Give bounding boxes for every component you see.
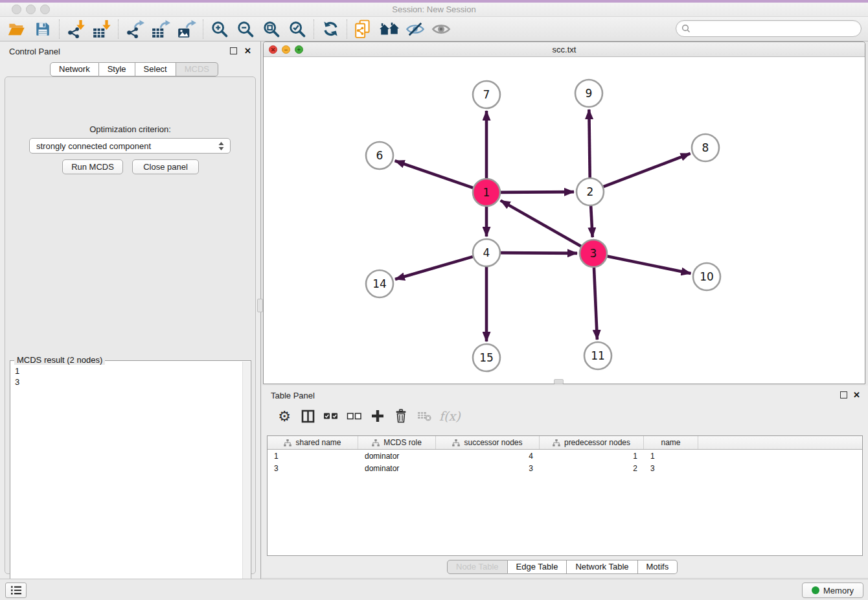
add-row-button[interactable] [369, 406, 386, 426]
import-table-icon [92, 19, 111, 39]
copy-network-button[interactable] [350, 18, 376, 40]
network-graph[interactable]: 7968124314101511 [264, 57, 865, 384]
graph-edge-1-6[interactable] [395, 161, 474, 188]
graph-edge-3-11[interactable] [594, 268, 597, 340]
export-network-button[interactable] [122, 18, 148, 40]
graph-edge-2-9[interactable] [589, 110, 589, 178]
show-all-button[interactable] [428, 18, 454, 40]
tab-network[interactable]: Network [50, 62, 99, 76]
close-panel-button[interactable]: Close panel [132, 159, 199, 174]
table-cell[interactable]: 3 [268, 464, 358, 474]
zoom-out-icon [236, 20, 255, 38]
table-cell[interactable]: 3 [644, 464, 698, 474]
graph-node-7[interactable]: 7 [473, 81, 500, 108]
houses-icon [379, 20, 400, 38]
refresh-layout-button[interactable] [317, 18, 343, 40]
graph-edge-3-1[interactable] [501, 200, 581, 246]
horizontal-splitter-handle[interactable] [554, 379, 564, 384]
column-header-predecessor-nodes[interactable]: predecessor nodes [540, 436, 644, 449]
column-header-label: MCDS role [383, 438, 422, 447]
export-image-button[interactable] [174, 18, 200, 40]
table-cell[interactable]: 1 [268, 452, 358, 462]
column-header-name[interactable]: name [644, 436, 698, 449]
criterion-select[interactable]: strongly connected component [29, 138, 231, 154]
table-cell[interactable]: dominator [358, 452, 436, 462]
graph-node-14[interactable]: 14 [366, 270, 393, 297]
network-view-window: ✕ − + scc.txt 7968124314101511 [263, 41, 865, 384]
close-table-panel-icon[interactable]: ✕ [853, 390, 860, 400]
task-history-button[interactable] [5, 583, 27, 598]
table-cell[interactable]: 1 [644, 452, 698, 462]
import-table-button[interactable] [89, 18, 115, 40]
export-table-button[interactable] [148, 18, 174, 40]
table-settings-button[interactable]: ⚙ [276, 406, 293, 426]
graph-node-3[interactable]: 3 [580, 240, 607, 267]
graph-node-9[interactable]: 9 [575, 80, 602, 107]
tab-mcds[interactable]: MCDS [176, 62, 218, 76]
open-session-button[interactable] [4, 18, 30, 40]
table-cell[interactable]: 2 [540, 464, 644, 474]
graph-node-4[interactable]: 4 [473, 239, 500, 266]
column-header-successor-nodes[interactable]: successor nodes [436, 436, 540, 449]
deselect-all-button[interactable] [346, 406, 363, 426]
result-scrollbar[interactable] [242, 362, 250, 599]
float-table-panel-icon[interactable] [840, 391, 847, 398]
tab-network-table[interactable]: Network Table [567, 560, 637, 574]
graph-edge-4-14[interactable] [395, 257, 473, 279]
vertical-splitter-handle[interactable] [257, 299, 263, 312]
import-network-button[interactable] [63, 18, 89, 40]
delete-row-button[interactable] [393, 406, 409, 426]
first-neighbors-button[interactable] [376, 18, 402, 40]
graph-edge-3-10[interactable] [608, 256, 691, 273]
tab-motifs[interactable]: Motifs [638, 560, 678, 574]
search-input[interactable] [691, 22, 861, 35]
graph-node-8[interactable]: 8 [692, 134, 719, 161]
graph-node-15[interactable]: 15 [473, 344, 500, 371]
search-field[interactable] [676, 20, 862, 37]
graph-node-1[interactable]: 1 [473, 179, 500, 206]
network-canvas[interactable]: 7968124314101511 [264, 57, 865, 384]
hide-selected-button[interactable] [402, 18, 428, 40]
zoom-fit-button[interactable] [258, 18, 284, 40]
graph-node-2[interactable]: 2 [577, 178, 604, 205]
table-header-row: shared nameMCDS rolesuccessor nodesprede… [268, 436, 862, 450]
graph-edge-1-2[interactable] [501, 192, 574, 192]
graph-edge-2-8[interactable] [604, 154, 691, 187]
zoom-selected-button[interactable] [284, 18, 310, 40]
graph-node-11[interactable]: 11 [584, 342, 611, 369]
table-cell[interactable]: dominator [358, 464, 436, 474]
save-session-button[interactable] [30, 18, 56, 40]
toggle-columns-button[interactable] [299, 406, 316, 426]
zoom-in-button[interactable] [207, 18, 233, 40]
tab-select[interactable]: Select [135, 62, 176, 76]
zoom-out-button[interactable] [233, 18, 258, 40]
table-cell[interactable]: 1 [540, 452, 644, 462]
tab-style[interactable]: Style [99, 62, 135, 76]
table-cell[interactable]: 4 [436, 452, 540, 462]
table-row[interactable]: 1dominator411 [268, 452, 862, 462]
table-cell[interactable]: 3 [436, 464, 540, 474]
close-panel-icon[interactable]: ✕ [244, 46, 251, 56]
column-header-shared-name[interactable]: shared name [268, 436, 358, 449]
delete-table-icon [417, 410, 432, 422]
criterion-select-value: strongly connected component [36, 141, 218, 151]
graph-node-label: 6 [376, 149, 383, 162]
graph-node-6[interactable]: 6 [366, 142, 393, 169]
select-all-button[interactable] [323, 406, 339, 426]
memory-button[interactable]: Memory [802, 583, 863, 598]
function-builder-button[interactable]: f(x) [439, 406, 461, 426]
graph-edge-2-3[interactable] [591, 206, 593, 237]
run-mcds-button[interactable]: Run MCDS [62, 159, 123, 174]
network-window-titlebar[interactable]: ✕ − + scc.txt [264, 42, 865, 57]
table-row[interactable]: 3dominator323 [268, 464, 862, 474]
column-header-label: predecessor nodes [564, 438, 630, 447]
tab-edge-table[interactable]: Edge Table [508, 560, 567, 574]
column-header-mcds-role[interactable]: MCDS role [358, 436, 436, 449]
graph-edge-4-3[interactable] [501, 253, 577, 253]
node-table[interactable]: shared nameMCDS rolesuccessor nodesprede… [267, 435, 863, 556]
tab-node-table[interactable]: Node Table [447, 560, 508, 574]
graph-node-10[interactable]: 10 [693, 263, 720, 290]
delete-table-button[interactable] [416, 406, 433, 426]
float-panel-icon[interactable] [230, 47, 237, 54]
deselect-all-icon [347, 411, 362, 421]
